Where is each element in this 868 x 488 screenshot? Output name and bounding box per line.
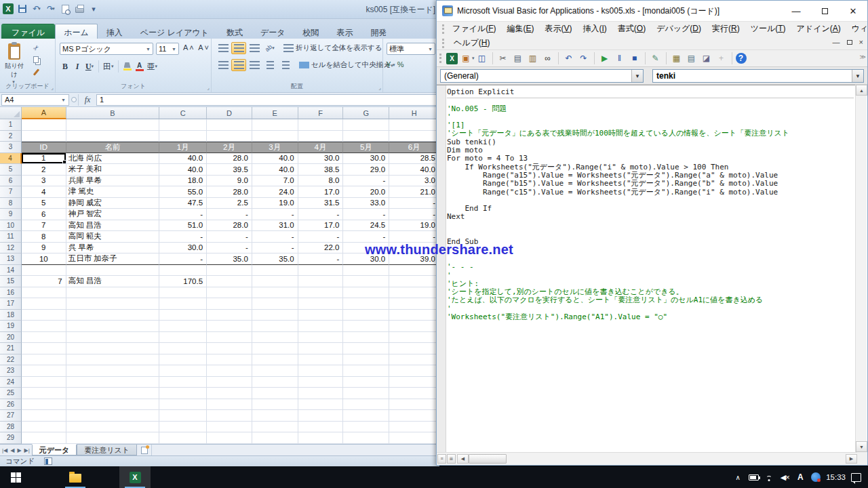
cell-C28[interactable] <box>159 422 207 433</box>
break-icon[interactable]: ‖ <box>613 52 627 65</box>
cell-C22[interactable] <box>159 354 207 366</box>
code-line-28[interactable]: 'Worksheets("要注意リスト").Range("A1").Value … <box>447 313 854 321</box>
code-line-4[interactable]: ' <box>447 113 854 121</box>
cell-D12[interactable]: - <box>207 243 252 254</box>
cell-D17[interactable] <box>207 298 252 310</box>
cell-A8[interactable]: 5 <box>22 198 66 209</box>
cell-C4[interactable]: 40.0 <box>159 153 207 165</box>
cell-A6[interactable]: 3 <box>22 176 66 187</box>
cell-E27[interactable] <box>252 410 298 422</box>
cell-B29[interactable] <box>66 432 160 444</box>
cell-A14[interactable] <box>22 265 66 277</box>
cell-A29[interactable] <box>22 432 66 444</box>
cell-B3[interactable]: 名前 <box>66 142 160 153</box>
code-editor[interactable]: Option Explicit 'No.005 - 問題''[1]'シート「元デ… <box>447 88 854 450</box>
cell-H28[interactable] <box>389 422 439 433</box>
row-header-17[interactable]: 17 <box>0 298 22 310</box>
merge-center-button[interactable]: セルを結合して中央揃え▾ <box>299 60 395 70</box>
code-line-6[interactable]: 'シート「元データ」にある表で残業時間が100時間を超えている人の情報を、シート… <box>447 129 854 138</box>
cell-B25[interactable] <box>66 388 160 399</box>
cell-A10[interactable]: 7 <box>22 220 66 232</box>
cell-F26[interactable] <box>298 399 344 411</box>
toolbar-overflow-icon[interactable]: ≫ <box>860 54 866 60</box>
font-dialog-launcher-icon[interactable]: ⌟ <box>207 85 210 91</box>
save-icon[interactable]: ◫ <box>475 52 489 65</box>
column-header-F[interactable]: F <box>298 107 344 119</box>
cell-G28[interactable] <box>343 422 389 433</box>
row-header-16[interactable]: 16 <box>0 287 22 299</box>
toolbox-icon[interactable]: + <box>715 52 728 65</box>
cell-D27[interactable] <box>207 410 252 422</box>
cell-B11[interactable]: 高岡 範夫 <box>66 231 160 243</box>
column-header-E[interactable]: E <box>252 107 298 119</box>
grow-shrink-font-buttons[interactable]: A˄ A˅ <box>183 43 210 52</box>
redo-icon[interactable]: ↷▾ <box>45 3 56 14</box>
minimize-button[interactable]: — <box>782 1 810 21</box>
cell-F19[interactable] <box>298 321 344 332</box>
cell-G9[interactable]: - <box>343 209 389 220</box>
cell-G21[interactable] <box>343 343 389 354</box>
cell-D19[interactable] <box>207 321 252 332</box>
code-line-15[interactable]: End If <box>447 205 854 213</box>
increase-indent-button[interactable] <box>278 59 293 71</box>
cell-G14[interactable] <box>343 265 389 277</box>
cell-F24[interactable] <box>298 377 344 388</box>
cell-A24[interactable] <box>22 377 66 388</box>
format-painter-button[interactable] <box>30 67 42 77</box>
cell-D25[interactable] <box>207 388 252 399</box>
cell-E23[interactable] <box>252 365 298 377</box>
ribbon-tab-8[interactable]: 開発 <box>362 24 396 39</box>
cell-B8[interactable]: 静岡 威宏 <box>66 198 160 209</box>
cell-E25[interactable] <box>252 388 298 399</box>
cell-E7[interactable]: 24.0 <box>252 186 298 198</box>
cell-G26[interactable] <box>343 399 389 411</box>
cell-E18[interactable] <box>252 310 298 321</box>
cell-B21[interactable] <box>66 343 160 354</box>
cell-E11[interactable]: - <box>252 231 298 243</box>
fill-color-button[interactable] <box>122 60 133 73</box>
cell-B18[interactable] <box>66 310 160 321</box>
view-excel-icon[interactable]: X <box>446 53 458 64</box>
vba-menu-debug[interactable]: デバッグ(D) <box>651 22 707 36</box>
cell-C21[interactable] <box>159 343 207 354</box>
cell-E28[interactable] <box>252 422 298 433</box>
font-name-combo[interactable]: MS Pゴシック▼ <box>60 43 153 55</box>
vba-menu-addins[interactable]: アドイン(A) <box>791 22 846 36</box>
row-header-23[interactable]: 23 <box>0 365 22 377</box>
cell-E19[interactable] <box>252 321 298 332</box>
cell-G20[interactable] <box>343 332 389 344</box>
child-minimize-icon[interactable]: — <box>833 38 840 46</box>
cell-D20[interactable] <box>207 332 252 344</box>
cell-C23[interactable] <box>159 365 207 377</box>
close-button[interactable]: ✕ <box>839 1 867 21</box>
cell-A7[interactable]: 4 <box>22 186 66 198</box>
cell-B15[interactable]: 高知 昌浩 <box>66 276 160 287</box>
cell-H14[interactable] <box>389 265 439 277</box>
cell-B26[interactable] <box>66 399 160 411</box>
cell-E1[interactable] <box>252 119 298 131</box>
column-header-C[interactable]: C <box>159 107 207 119</box>
cell-C29[interactable] <box>159 432 207 444</box>
cell-B6[interactable]: 兵庫 早希 <box>66 176 160 187</box>
properties-window-icon[interactable]: ▤ <box>685 52 698 65</box>
volume-muted-icon[interactable]: ◀× <box>779 466 790 488</box>
cell-A15[interactable]: 7 <box>22 276 66 287</box>
cell-A17[interactable] <box>22 298 66 310</box>
wifi-icon[interactable] <box>764 466 774 488</box>
cell-B19[interactable] <box>66 321 160 332</box>
cell-H3[interactable]: 6月 <box>389 142 439 153</box>
cell-C27[interactable] <box>159 410 207 422</box>
clipboard-dialog-launcher-icon[interactable]: ⌟ <box>51 85 54 91</box>
sheet-nav-icon-3[interactable]: ▶| <box>24 447 30 453</box>
cell-B23[interactable] <box>66 365 160 377</box>
code-line-22[interactable]: '- - - <box>447 263 854 271</box>
cell-D15[interactable] <box>207 276 252 287</box>
object-browser-icon[interactable]: ◪ <box>700 52 713 65</box>
undo-icon[interactable]: ↶ <box>562 52 576 65</box>
align-left-button[interactable] <box>216 59 231 71</box>
ribbon-tab-0[interactable]: ファイル <box>1 24 55 39</box>
row-header-10[interactable]: 10 <box>0 220 22 232</box>
paste-icon[interactable]: ▥ <box>526 52 540 65</box>
cell-D7[interactable]: 28.0 <box>207 186 252 198</box>
reset-icon[interactable]: ■ <box>628 52 642 65</box>
